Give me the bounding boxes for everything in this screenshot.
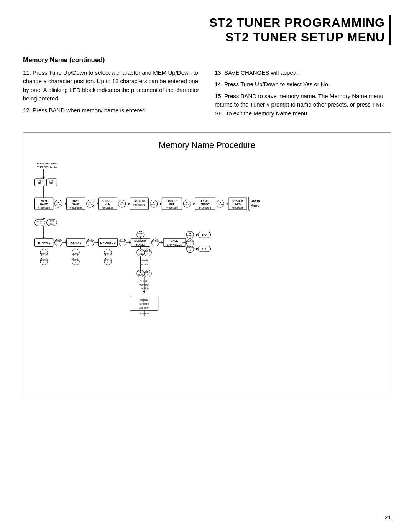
svg-text:SYSTEM: SYSTEM <box>232 200 243 202</box>
svg-text:TUNE: TUNE <box>145 250 151 252</box>
svg-text:▲: ▲ <box>140 271 142 273</box>
svg-text:NAME: NAME <box>136 243 145 246</box>
svg-text:BAND: BAND <box>120 240 126 242</box>
paragraph-14: 14. Press Tune Up/Down to select Yes or … <box>215 80 391 89</box>
svg-text:▲: ▲ <box>186 201 188 203</box>
svg-text:TUNE: TUNE <box>41 259 47 261</box>
svg-text:▲: ▲ <box>219 201 222 203</box>
svg-text:SOURCE: SOURCE <box>102 200 113 202</box>
svg-text:BANK #: BANK # <box>70 241 81 245</box>
svg-text:UPDATE: UPDATE <box>200 200 211 202</box>
svg-text:MEM: MEM <box>138 274 143 276</box>
svg-text:YES: YES <box>202 247 207 251</box>
svg-text:Procedure: Procedure <box>166 206 178 209</box>
svg-text:▼: ▼ <box>75 262 77 264</box>
svg-text:Procedure: Procedure <box>38 206 50 209</box>
svg-text:TUNE: TUNE <box>41 253 47 255</box>
svg-text:TUNE: TUNE <box>73 253 79 255</box>
svg-text:character: character <box>139 306 150 309</box>
svg-text:Procedure: Procedure <box>199 206 211 209</box>
diagram-container: Memory Name Procedure Press and Hold TNR… <box>23 132 391 396</box>
svg-text:BAND: BAND <box>36 220 43 223</box>
flow-diagram: Press and Hold TNR SEL button TNR SEL TN… <box>30 157 384 386</box>
svg-text:▼: ▼ <box>43 262 45 264</box>
svg-text:▲: ▲ <box>140 250 142 252</box>
svg-text:▲: ▲ <box>43 250 45 252</box>
svg-text:BANK: BANK <box>72 200 80 202</box>
svg-text:Selects: Selects <box>140 259 149 262</box>
svg-text:for each: for each <box>140 302 149 305</box>
svg-text:Procedure: Procedure <box>133 204 145 207</box>
svg-text:NUM: NUM <box>105 203 111 206</box>
svg-text:▲: ▲ <box>153 201 155 203</box>
svg-text:MEMORY #: MEMORY # <box>100 241 116 245</box>
svg-text:▲: ▲ <box>75 250 77 252</box>
svg-text:TUNE: TUNE <box>138 253 144 255</box>
svg-text:▼: ▼ <box>147 274 149 276</box>
svg-text:Procedure: Procedure <box>70 206 82 209</box>
svg-text:Menu: Menu <box>251 204 260 208</box>
svg-text:SEL: SEL <box>50 223 54 225</box>
svg-text:TNR: TNR <box>49 179 54 182</box>
paragraph-15: 15. Press BAND to save memory name. The … <box>215 92 391 118</box>
svg-text:MEM: MEM <box>41 200 47 202</box>
svg-text:TUNE: TUNE <box>105 253 111 255</box>
svg-text:SEL: SEL <box>49 182 54 185</box>
svg-text:NO: NO <box>202 233 207 237</box>
svg-text:MEM: MEM <box>218 204 223 206</box>
svg-text:INIT: INIT <box>169 203 175 206</box>
paragraph-11: 11. Press Tune Up/Down to select a chara… <box>23 69 199 103</box>
svg-text:TUNER #: TUNER # <box>38 241 51 245</box>
svg-text:FIRMW: FIRMW <box>201 203 210 206</box>
header-title-line2: ST2 TUNER SETUP MENU <box>23 30 385 44</box>
body-columns: 11. Press Tune Up/Down to select a chara… <box>23 69 391 121</box>
svg-text:TNR: TNR <box>37 179 43 182</box>
section-title: Memory Name (continued) <box>23 56 391 64</box>
svg-text:BAND: BAND <box>55 240 61 242</box>
right-column: 13. SAVE CHANGES will appear. 14. Press … <box>215 69 391 121</box>
svg-text:MEM: MEM <box>145 271 151 273</box>
svg-text:SAVE: SAVE <box>171 239 178 243</box>
svg-text:TUNE: TUNE <box>187 246 193 249</box>
page-header: ST2 TUNER PROGRAMMING ST2 TUNER SETUP ME… <box>23 15 391 45</box>
svg-text:SEL: SEL <box>38 182 43 185</box>
svg-text:TUNE: TUNE <box>105 259 111 261</box>
svg-text:FACTORY: FACTORY <box>166 200 178 202</box>
svg-text:BAND: BAND <box>137 232 143 235</box>
svg-text:TUNE: TUNE <box>73 259 79 261</box>
svg-text:REGION: REGION <box>134 200 145 202</box>
svg-text:BAND: BAND <box>152 240 158 242</box>
paragraph-12: 12. Press BAND when memory name is enter… <box>23 106 199 115</box>
svg-text:MEM: MEM <box>56 204 61 206</box>
svg-text:INFO: INFO <box>235 203 241 206</box>
page-number: 21 <box>384 514 391 521</box>
svg-text:▲: ▲ <box>89 201 91 203</box>
paragraph-13: 13. SAVE CHANGES will appear. <box>215 69 391 77</box>
svg-text:NAME: NAME <box>72 203 80 206</box>
svg-text:MEMORY: MEMORY <box>134 239 146 243</box>
svg-text:MEM: MEM <box>184 204 190 206</box>
svg-text:▼: ▼ <box>189 249 191 251</box>
svg-text:▼: ▼ <box>107 262 109 264</box>
svg-text:▼: ▼ <box>147 253 149 255</box>
svg-text:TNR: TNR <box>49 220 54 222</box>
svg-text:Repeat: Repeat <box>140 299 148 302</box>
left-column: 11. Press Tune Up/Down to select a chara… <box>23 69 199 121</box>
svg-text:MEM: MEM <box>119 204 125 206</box>
svg-text:▲: ▲ <box>121 201 123 203</box>
svg-text:Setup: Setup <box>251 199 260 203</box>
svg-text:▲: ▲ <box>107 250 109 252</box>
svg-text:MEM: MEM <box>151 204 156 206</box>
svg-text:CHANGES?: CHANGES? <box>167 243 182 246</box>
diagram-title: Memory Name Procedure <box>30 140 384 150</box>
svg-text:NAME: NAME <box>40 203 48 206</box>
top-note-2: TNR SEL button <box>37 166 58 169</box>
svg-text:MEM: MEM <box>87 204 93 206</box>
svg-text:BAND: BAND <box>87 240 93 242</box>
svg-text:Procedure: Procedure <box>102 206 113 209</box>
svg-text:▲: ▲ <box>57 201 59 203</box>
header-title-line1: ST2 TUNER PROGRAMMING <box>23 15 385 30</box>
top-note: Press and Hold <box>37 162 57 166</box>
svg-text:Procedure: Procedure <box>232 206 243 209</box>
